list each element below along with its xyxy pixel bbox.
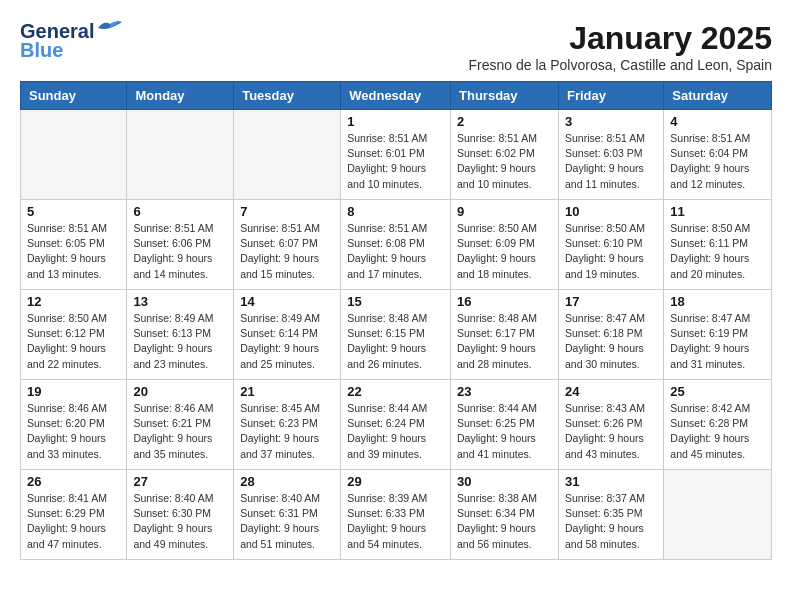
day-info: Sunrise: 8:42 AMSunset: 6:28 PMDaylight:… [670,401,765,462]
day-number: 17 [565,294,657,309]
day-info: Sunrise: 8:51 AMSunset: 6:03 PMDaylight:… [565,131,657,192]
calendar-week-row: 26Sunrise: 8:41 AMSunset: 6:29 PMDayligh… [21,470,772,560]
header: General Blue January 2025 Fresno de la P… [20,20,772,73]
day-number: 10 [565,204,657,219]
calendar-cell: 6Sunrise: 8:51 AMSunset: 6:06 PMDaylight… [127,200,234,290]
calendar-cell: 4Sunrise: 8:51 AMSunset: 6:04 PMDaylight… [664,110,772,200]
day-number: 13 [133,294,227,309]
calendar-cell: 15Sunrise: 8:48 AMSunset: 6:15 PMDayligh… [341,290,451,380]
calendar-cell: 26Sunrise: 8:41 AMSunset: 6:29 PMDayligh… [21,470,127,560]
day-number: 20 [133,384,227,399]
day-number: 30 [457,474,552,489]
day-number: 5 [27,204,120,219]
day-number: 1 [347,114,444,129]
day-info: Sunrise: 8:49 AMSunset: 6:14 PMDaylight:… [240,311,334,372]
day-info: Sunrise: 8:48 AMSunset: 6:17 PMDaylight:… [457,311,552,372]
calendar-cell [664,470,772,560]
calendar-cell: 24Sunrise: 8:43 AMSunset: 6:26 PMDayligh… [558,380,663,470]
day-number: 28 [240,474,334,489]
day-number: 23 [457,384,552,399]
day-info: Sunrise: 8:51 AMSunset: 6:05 PMDaylight:… [27,221,120,282]
calendar-cell: 18Sunrise: 8:47 AMSunset: 6:19 PMDayligh… [664,290,772,380]
day-number: 8 [347,204,444,219]
day-number: 16 [457,294,552,309]
day-number: 24 [565,384,657,399]
day-number: 12 [27,294,120,309]
day-number: 6 [133,204,227,219]
weekday-header-saturday: Saturday [664,82,772,110]
day-info: Sunrise: 8:41 AMSunset: 6:29 PMDaylight:… [27,491,120,552]
month-title: January 2025 [468,20,772,57]
calendar-cell: 21Sunrise: 8:45 AMSunset: 6:23 PMDayligh… [234,380,341,470]
calendar-week-row: 12Sunrise: 8:50 AMSunset: 6:12 PMDayligh… [21,290,772,380]
day-number: 18 [670,294,765,309]
calendar-cell: 7Sunrise: 8:51 AMSunset: 6:07 PMDaylight… [234,200,341,290]
weekday-header-wednesday: Wednesday [341,82,451,110]
calendar-cell: 12Sunrise: 8:50 AMSunset: 6:12 PMDayligh… [21,290,127,380]
calendar-cell: 28Sunrise: 8:40 AMSunset: 6:31 PMDayligh… [234,470,341,560]
day-info: Sunrise: 8:50 AMSunset: 6:09 PMDaylight:… [457,221,552,282]
day-number: 4 [670,114,765,129]
calendar-cell: 19Sunrise: 8:46 AMSunset: 6:20 PMDayligh… [21,380,127,470]
day-number: 14 [240,294,334,309]
day-number: 29 [347,474,444,489]
day-number: 19 [27,384,120,399]
calendar-cell [234,110,341,200]
day-info: Sunrise: 8:46 AMSunset: 6:20 PMDaylight:… [27,401,120,462]
calendar-cell: 3Sunrise: 8:51 AMSunset: 6:03 PMDaylight… [558,110,663,200]
day-number: 27 [133,474,227,489]
day-info: Sunrise: 8:51 AMSunset: 6:01 PMDaylight:… [347,131,444,192]
day-info: Sunrise: 8:40 AMSunset: 6:31 PMDaylight:… [240,491,334,552]
title-area: January 2025 Fresno de la Polvorosa, Cas… [468,20,772,73]
calendar-cell: 5Sunrise: 8:51 AMSunset: 6:05 PMDaylight… [21,200,127,290]
day-info: Sunrise: 8:50 AMSunset: 6:11 PMDaylight:… [670,221,765,282]
calendar-cell: 11Sunrise: 8:50 AMSunset: 6:11 PMDayligh… [664,200,772,290]
logo: General Blue [20,20,124,62]
calendar-week-row: 5Sunrise: 8:51 AMSunset: 6:05 PMDaylight… [21,200,772,290]
day-number: 9 [457,204,552,219]
calendar-table: SundayMondayTuesdayWednesdayThursdayFrid… [20,81,772,560]
calendar-cell: 17Sunrise: 8:47 AMSunset: 6:18 PMDayligh… [558,290,663,380]
calendar-cell: 20Sunrise: 8:46 AMSunset: 6:21 PMDayligh… [127,380,234,470]
calendar-header-row: SundayMondayTuesdayWednesdayThursdayFrid… [21,82,772,110]
weekday-header-monday: Monday [127,82,234,110]
day-info: Sunrise: 8:39 AMSunset: 6:33 PMDaylight:… [347,491,444,552]
calendar-cell: 1Sunrise: 8:51 AMSunset: 6:01 PMDaylight… [341,110,451,200]
calendar-cell: 30Sunrise: 8:38 AMSunset: 6:34 PMDayligh… [451,470,559,560]
calendar-cell: 31Sunrise: 8:37 AMSunset: 6:35 PMDayligh… [558,470,663,560]
calendar-cell: 8Sunrise: 8:51 AMSunset: 6:08 PMDaylight… [341,200,451,290]
day-info: Sunrise: 8:51 AMSunset: 6:07 PMDaylight:… [240,221,334,282]
logo-blue-text: Blue [20,39,63,62]
day-info: Sunrise: 8:46 AMSunset: 6:21 PMDaylight:… [133,401,227,462]
day-info: Sunrise: 8:49 AMSunset: 6:13 PMDaylight:… [133,311,227,372]
calendar-cell: 23Sunrise: 8:44 AMSunset: 6:25 PMDayligh… [451,380,559,470]
day-info: Sunrise: 8:40 AMSunset: 6:30 PMDaylight:… [133,491,227,552]
day-info: Sunrise: 8:50 AMSunset: 6:12 PMDaylight:… [27,311,120,372]
day-info: Sunrise: 8:51 AMSunset: 6:04 PMDaylight:… [670,131,765,192]
calendar-week-row: 1Sunrise: 8:51 AMSunset: 6:01 PMDaylight… [21,110,772,200]
day-info: Sunrise: 8:45 AMSunset: 6:23 PMDaylight:… [240,401,334,462]
calendar-cell: 13Sunrise: 8:49 AMSunset: 6:13 PMDayligh… [127,290,234,380]
weekday-header-thursday: Thursday [451,82,559,110]
day-number: 31 [565,474,657,489]
day-info: Sunrise: 8:43 AMSunset: 6:26 PMDaylight:… [565,401,657,462]
day-info: Sunrise: 8:47 AMSunset: 6:19 PMDaylight:… [670,311,765,372]
day-info: Sunrise: 8:48 AMSunset: 6:15 PMDaylight:… [347,311,444,372]
day-number: 11 [670,204,765,219]
calendar-cell: 27Sunrise: 8:40 AMSunset: 6:30 PMDayligh… [127,470,234,560]
day-number: 25 [670,384,765,399]
logo-bird-icon [96,18,124,38]
day-info: Sunrise: 8:47 AMSunset: 6:18 PMDaylight:… [565,311,657,372]
calendar-cell [127,110,234,200]
day-info: Sunrise: 8:50 AMSunset: 6:10 PMDaylight:… [565,221,657,282]
calendar-cell: 29Sunrise: 8:39 AMSunset: 6:33 PMDayligh… [341,470,451,560]
calendar-cell: 14Sunrise: 8:49 AMSunset: 6:14 PMDayligh… [234,290,341,380]
calendar-cell: 2Sunrise: 8:51 AMSunset: 6:02 PMDaylight… [451,110,559,200]
day-info: Sunrise: 8:44 AMSunset: 6:24 PMDaylight:… [347,401,444,462]
day-number: 7 [240,204,334,219]
day-number: 15 [347,294,444,309]
calendar-cell: 10Sunrise: 8:50 AMSunset: 6:10 PMDayligh… [558,200,663,290]
day-info: Sunrise: 8:38 AMSunset: 6:34 PMDaylight:… [457,491,552,552]
weekday-header-tuesday: Tuesday [234,82,341,110]
calendar-cell: 25Sunrise: 8:42 AMSunset: 6:28 PMDayligh… [664,380,772,470]
